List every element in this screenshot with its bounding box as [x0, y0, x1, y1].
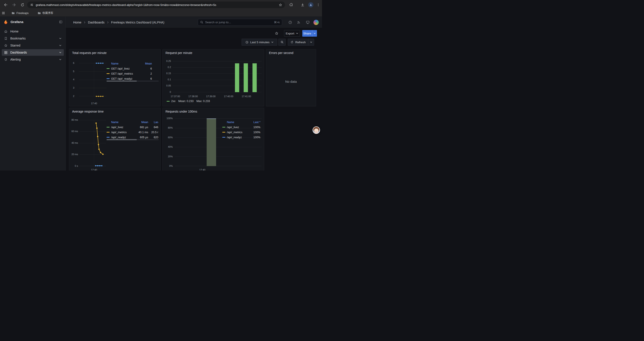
display-button[interactable] [305, 20, 310, 25]
y-tick: 2 [69, 95, 74, 97]
legend-row[interactable]: GET /api/_metrics 2 [106, 71, 152, 76]
series-name[interactable]: GET /api/_readyz [111, 77, 142, 80]
news-button[interactable] [296, 20, 302, 25]
back-button[interactable] [2, 1, 9, 8]
url-bar[interactable]: grafana.mathmast.com/d/deytv4rwavabkb/fr… [27, 2, 285, 8]
legend-row[interactable]: GET /api/_livez 6 [106, 66, 152, 71]
grafana-logo[interactable] [3, 19, 8, 25]
x-tick: 17:39:00 [206, 95, 216, 98]
back-arrow-icon [4, 3, 8, 7]
panel-avg-response-time[interactable]: Average response time 80 ms 60 ms 40 ms … [69, 108, 161, 171]
export-label: Export [286, 32, 294, 35]
legend-header-name[interactable]: Name [111, 121, 135, 124]
zoom-out-button[interactable] [278, 39, 286, 46]
refresh-button[interactable]: Refresh [288, 39, 308, 46]
apps-grid-button[interactable] [0, 10, 6, 16]
bookmark-item[interactable]: 收藏博客 [36, 10, 55, 16]
extensions-button[interactable] [288, 1, 294, 8]
series-name[interactable]: 2xx [171, 100, 175, 103]
legend-row[interactable]: /api/_metrics 100% [222, 130, 260, 135]
export-button[interactable]: Export [284, 30, 300, 37]
site-settings-icon[interactable] [30, 3, 34, 7]
series-name[interactable]: /api/_readyz [227, 136, 250, 139]
refresh-button-group: Refresh [288, 39, 314, 46]
total-requests-chart[interactable] [79, 63, 106, 96]
sidebar-item-dashboards[interactable]: Dashboards [2, 49, 64, 56]
series-name[interactable]: /api/_livez [227, 126, 250, 129]
chevron-right-icon [84, 21, 86, 24]
legend-scrollbar[interactable] [106, 139, 159, 140]
panel-title[interactable]: Request per minute [166, 51, 192, 55]
bookmark-icon [4, 37, 8, 40]
panel-total-requests[interactable]: Total requests per minute 6 5 4 3 2 17:4… [69, 49, 161, 106]
chevron-down-icon[interactable] [59, 52, 62, 53]
panel-title[interactable]: Requests under 100ms [166, 110, 197, 113]
grafana-brand[interactable]: Grafana [10, 20, 59, 24]
panel-requests-under-100ms[interactable]: Requests under 100ms 100% 80% 60% 40% 20… [162, 108, 264, 171]
legend-row[interactable]: /api/_metrics 40.1 ms 20.5 r [106, 130, 158, 135]
search-input[interactable]: Search or jump to... ⌘+k [198, 19, 282, 26]
favorite-dashboard-button[interactable] [274, 30, 280, 37]
sidebar-item-alerting[interactable]: Alerting [2, 56, 64, 63]
series-name[interactable]: /api/_metrics [111, 131, 135, 134]
bookmark-item[interactable]: Freeleaps [10, 11, 30, 16]
sidebar-item-starred[interactable]: Starred [2, 42, 64, 49]
breadcrumb-home[interactable]: Home [73, 21, 81, 24]
share-button[interactable]: Share [302, 30, 312, 37]
series-swatch [106, 137, 110, 138]
forward-button[interactable] [10, 1, 18, 8]
reload-button[interactable] [19, 1, 26, 8]
help-button[interactable]: ? [288, 20, 293, 25]
series-name[interactable]: /api/_metrics [227, 131, 250, 134]
series-name[interactable]: GET /api/_livez [111, 67, 142, 70]
series-swatch [222, 132, 225, 133]
scrollbar-thumb[interactable] [106, 139, 137, 140]
y-tick: 0.05 [163, 84, 171, 87]
panel-title[interactable]: Average response time [72, 110, 104, 113]
zoom-out-icon [280, 40, 284, 44]
refresh-interval-button[interactable] [308, 39, 314, 46]
profile-button[interactable] [307, 1, 314, 8]
sidebar-item-bookmarks[interactable]: Bookmarks [2, 35, 64, 42]
legend-scrollbar[interactable] [106, 81, 159, 82]
x-tick: 17:40 [199, 169, 206, 171]
series-name[interactable]: /api/_readyz [111, 136, 135, 139]
series-name[interactable]: GET /api/_metrics [111, 72, 142, 75]
url-text[interactable]: grafana.mathmast.com/d/deytv4rwavabkb/fr… [36, 3, 277, 7]
time-range-picker[interactable]: Last 5 minutes [242, 39, 277, 46]
panel-request-per-minute[interactable]: Request per minute 0.25 0.2 0.15 0.1 0.0… [162, 49, 264, 106]
scrollbar-thumb[interactable] [106, 81, 137, 82]
downloads-button[interactable] [299, 1, 306, 8]
collapse-sidebar-icon[interactable] [59, 20, 62, 24]
user-menu-button[interactable] [314, 20, 319, 25]
legend-row[interactable]: /api/_livez 661 µs 646 [106, 125, 158, 130]
breadcrumb-dashboards[interactable]: Dashboards [88, 21, 104, 24]
chevron-down-icon[interactable] [59, 38, 62, 39]
chevron-down-icon [314, 33, 316, 34]
chevron-down-icon[interactable] [59, 59, 62, 60]
share-menu-button[interactable] [312, 30, 317, 37]
svg-text:?: ? [290, 22, 291, 24]
legend-header-name[interactable]: Name [111, 62, 142, 65]
legend-header-last[interactable]: Last * [250, 121, 260, 124]
series-name[interactable]: /api/_livez [111, 126, 135, 129]
dashboard-actions: Export Share [66, 28, 322, 39]
panel-title[interactable]: Total requests per minute [72, 51, 106, 55]
request-per-minute-chart[interactable] [173, 61, 262, 92]
chevron-down-icon[interactable] [59, 45, 62, 46]
browser-menu-button[interactable] [315, 1, 322, 8]
legend-row[interactable]: /api/_readyz 100% [222, 135, 260, 140]
legend-header-mean[interactable]: Mean [135, 121, 148, 124]
assistant-avatar-widget[interactable] [312, 126, 320, 134]
avg-response-chart[interactable] [80, 120, 106, 166]
panel-errors-per-second[interactable]: Errors per second No data [266, 49, 316, 106]
bookmark-star-icon[interactable] [278, 3, 282, 7]
sidebar-item-home[interactable]: Home [2, 28, 64, 35]
legend-row[interactable]: /api/_livez 100% [222, 125, 260, 130]
legend-header-name[interactable]: Name [227, 121, 250, 124]
grafana-header: Home Dashboards Freeleaps Metrics Dashbo… [66, 17, 322, 28]
legend-header-mean[interactable]: Mean [142, 62, 152, 65]
legend-header-last[interactable]: Las [148, 121, 158, 124]
panel-title[interactable]: Errors per second [269, 51, 293, 55]
legend-inline[interactable]: 2xx Mean: 0.233 Max: 0.233 [166, 100, 210, 103]
